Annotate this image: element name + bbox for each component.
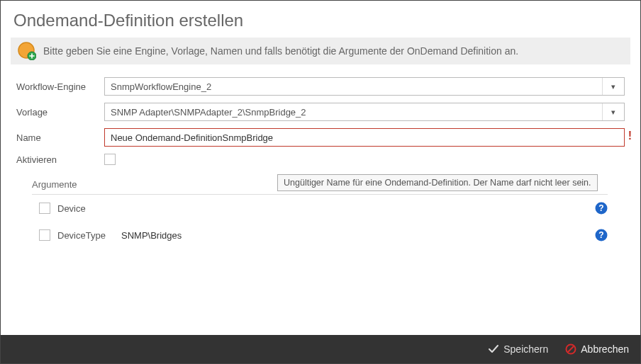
svg-text:?: ? bbox=[598, 230, 603, 240]
name-value: Neue Ondemand-DefinitionSnmpBridge bbox=[111, 132, 273, 143]
argument-checkbox[interactable] bbox=[39, 229, 50, 241]
argument-row: Device ? bbox=[32, 195, 625, 222]
row-workflow-engine: Workflow-Engine SnmpWorkflowEngine_2 ▾ bbox=[16, 77, 625, 96]
label-workflow-engine: Workflow-Engine bbox=[16, 81, 104, 92]
label-template: Vorlage bbox=[16, 107, 104, 118]
row-template: Vorlage SNMP Adapter\SNMPAdapter_2\SnmpB… bbox=[16, 103, 625, 121]
cancel-button[interactable]: Abbrechen bbox=[565, 343, 629, 355]
chevron-down-icon[interactable]: ▾ bbox=[602, 78, 624, 95]
check-icon bbox=[488, 343, 499, 355]
help-icon[interactable]: ? bbox=[595, 202, 608, 215]
row-name: Name Neue Ondemand-DefinitionSnmpBridge … bbox=[16, 128, 625, 147]
argument-row: DeviceType SNMP\Bridges ? bbox=[32, 222, 625, 249]
save-button[interactable]: Speichern bbox=[488, 343, 548, 355]
svg-line-7 bbox=[568, 346, 574, 352]
page-title: Ondemand-Definition erstellen bbox=[1, 1, 640, 38]
argument-checkbox[interactable] bbox=[39, 203, 50, 214]
help-icon[interactable]: ? bbox=[595, 229, 608, 241]
activate-checkbox[interactable] bbox=[104, 154, 116, 165]
name-input[interactable]: Neue Ondemand-DefinitionSnmpBridge bbox=[104, 128, 625, 147]
cancel-icon bbox=[565, 343, 576, 355]
info-add-icon bbox=[18, 42, 36, 60]
error-indicator-icon: ! bbox=[628, 130, 632, 142]
workflow-engine-select[interactable]: SnmpWorkflowEngine_2 ▾ bbox=[104, 77, 625, 96]
row-activate: Aktivieren bbox=[16, 154, 625, 165]
argument-value: SNMP\Bridges bbox=[121, 230, 588, 241]
argument-label: DeviceType bbox=[57, 230, 114, 241]
workflow-engine-value: SnmpWorkflowEngine_2 bbox=[111, 81, 602, 92]
footer: Speichern Abbrechen bbox=[1, 335, 640, 363]
label-activate: Aktivieren bbox=[16, 154, 104, 165]
cancel-label: Abbrechen bbox=[581, 343, 629, 355]
argument-label: Device bbox=[57, 203, 114, 214]
validation-tooltip: Ungültiger Name für eine Ondemand-Defini… bbox=[277, 174, 598, 191]
info-bar: Bitte geben Sie eine Engine, Vorlage, Na… bbox=[11, 38, 630, 64]
form: Workflow-Engine SnmpWorkflowEngine_2 ▾ V… bbox=[1, 77, 640, 249]
label-name: Name bbox=[16, 132, 104, 143]
template-value: SNMP Adapter\SNMPAdapter_2\SnmpBridge_2 bbox=[111, 107, 602, 118]
dialog-window: Ondemand-Definition erstellen Bitte gebe… bbox=[0, 0, 641, 364]
svg-text:?: ? bbox=[598, 203, 603, 213]
save-label: Speichern bbox=[503, 343, 548, 355]
template-select[interactable]: SNMP Adapter\SNMPAdapter_2\SnmpBridge_2 … bbox=[104, 103, 625, 121]
info-text: Bitte geben Sie eine Engine, Vorlage, Na… bbox=[43, 45, 518, 57]
chevron-down-icon[interactable]: ▾ bbox=[602, 103, 624, 120]
